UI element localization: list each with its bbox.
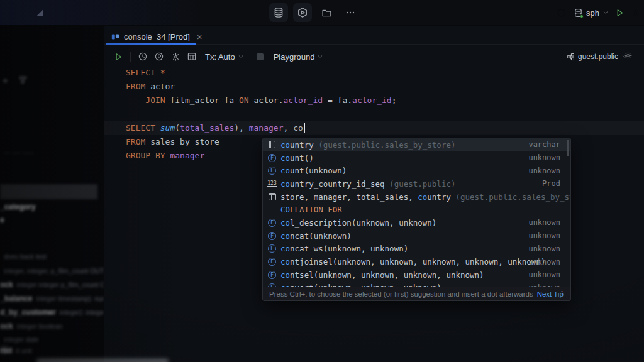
- sidebar-selected-row[interactable]: [0, 184, 97, 199]
- code-line[interactable]: SELECT sum(total_sales), manager, co: [126, 121, 397, 135]
- chevron-down-icon: [317, 53, 323, 60]
- connection-label: sph: [586, 8, 599, 18]
- function-icon: F: [267, 167, 277, 175]
- refresh-icon[interactable]: [556, 8, 567, 18]
- completion-label: contjoinsel(unknown, unknown, unknown, u…: [280, 257, 545, 266]
- completion-label: country_country_id_seq (guest.public): [280, 179, 455, 189]
- history-icon[interactable]: [135, 48, 151, 65]
- sidebar-tree-item[interactable]: does back test: [0, 250, 104, 261]
- explain-plan-icon[interactable]: [151, 48, 167, 65]
- completion-label: COLLATION FOR: [280, 205, 342, 214]
- completion-item[interactable]: Fcol_description(unknown, unknown)unknow…: [263, 216, 570, 229]
- code-line[interactable]: FROM actor: [126, 80, 397, 94]
- sidebar-tree-item[interactable]: _category: [0, 200, 104, 212]
- footer-hint-text: Press Ctrl+. to choose the selected (or …: [269, 290, 533, 298]
- completion-type-label: Prod: [542, 179, 560, 188]
- completion-item[interactable]: Fcount(unknown)unknown: [263, 164, 570, 177]
- database-explorer-sidebar: + ··· ···· ·····_categoryedoes back test…: [0, 26, 104, 362]
- code-line[interactable]: [126, 107, 397, 121]
- completion-item[interactable]: COLLATION FOR: [263, 203, 570, 216]
- folder-icon[interactable]: [317, 3, 336, 22]
- filter-icon[interactable]: [18, 75, 28, 85]
- completion-type-label: unknown: [528, 218, 560, 227]
- completion-item[interactable]: Fcount()unknown: [263, 151, 570, 165]
- settings-gear-icon[interactable]: [167, 48, 184, 65]
- console-file-icon: [111, 33, 119, 41]
- completion-item[interactable]: Fcontjoinsel(unknown, unknown, unknown, …: [263, 255, 570, 268]
- sidebar-tree-item[interactable]: integer date: [0, 333, 104, 344]
- database-icon[interactable]: [269, 3, 288, 22]
- code-line[interactable]: JOIN film_actor fa ON actor.actor_id = f…: [126, 94, 397, 107]
- completion-label: contsel(unknown, unknown, unknown, unkno…: [280, 270, 484, 280]
- completion-type-label: unknown: [528, 167, 560, 175]
- completion-item[interactable]: 123country_country_id_seq (guest.public)…: [263, 177, 570, 190]
- sidebar-tree-item[interactable]: ockinteger boolean: [0, 320, 104, 331]
- sidebar-tree-item[interactable]: rodit unit: [0, 344, 104, 356]
- toolbar-divider: [248, 52, 248, 62]
- completion-item[interactable]: store, manager, total_sales, country (gu…: [263, 190, 570, 204]
- titlebar-glare: [0, 0, 201, 25]
- completion-type-label: unknown: [528, 244, 560, 253]
- tab-console-34[interactable]: console_34 [Prod] ×: [106, 29, 209, 44]
- function-icon: F: [267, 218, 277, 227]
- completion-label: count(unknown): [280, 166, 347, 175]
- tx-mode-dropdown[interactable]: Tx: Auto: [205, 52, 244, 62]
- sidebar-tree-item[interactable]: _balanceinteger timestamp): nun: [0, 292, 104, 304]
- schema-selector[interactable]: guest.public: [567, 47, 628, 67]
- sidebar-tree-item[interactable]: ockinteger integer p_film_count C: [0, 278, 104, 290]
- column-icon: [267, 140, 277, 149]
- app-logo-icon: ◢: [36, 7, 47, 17]
- chevron-down-icon: [238, 53, 244, 60]
- tx-mode-label: Tx: Auto: [205, 52, 235, 62]
- table-icon: [267, 192, 277, 201]
- function-icon: F: [267, 231, 277, 240]
- completion-item[interactable]: country (guest.public.sales_by_store)var…: [263, 138, 570, 151]
- function-icon: F: [267, 258, 277, 266]
- bottom-glare: [36, 359, 169, 362]
- tab-bar: console_34 [Prod] ×: [104, 28, 644, 45]
- function-icon: F: [267, 270, 277, 279]
- completion-type-label: unknown: [528, 258, 560, 266]
- completion-item[interactable]: Fcontsel(unknown, unknown, unknown, unkn…: [263, 268, 570, 282]
- stop-button[interactable]: [252, 48, 269, 65]
- sidebar-tree-item[interactable]: integer, integer, p_film_count OUT ir: [0, 265, 104, 276]
- schema-label: guest.public: [578, 52, 618, 61]
- active-tab-underline: [106, 43, 196, 45]
- sidebar-tree-item[interactable]: ··· ···· ·····: [0, 146, 104, 158]
- completion-type-label: varchar: [528, 140, 560, 149]
- completion-list: country (guest.public.sales_by_store)var…: [263, 138, 570, 288]
- code-line[interactable]: SELECT *: [126, 66, 397, 80]
- schema-icon: [567, 53, 575, 61]
- function-icon: F: [267, 153, 277, 162]
- connection-db-icon: [573, 8, 583, 18]
- chevron-down-icon: [602, 9, 609, 16]
- completion-label: concat_ws(unknown, unknown): [280, 244, 408, 253]
- table-view-icon[interactable]: [184, 48, 200, 65]
- completion-label: concat(unknown): [280, 231, 352, 241]
- sidebar-tree-item[interactable]: d_by_customerinteger): integer: [0, 306, 104, 317]
- completion-item[interactable]: Fconcat_ws(unknown, unknown)unknown: [263, 243, 570, 256]
- bottom-left-glare: [0, 346, 9, 353]
- profile-dropdown[interactable]: Playground: [274, 52, 324, 62]
- keyword-spacer: [267, 206, 277, 214]
- completion-type-label: unknown: [528, 231, 560, 240]
- toolbar-divider: [130, 52, 131, 62]
- tab-close-icon[interactable]: ×: [197, 32, 203, 41]
- more-options-icon[interactable]: [341, 3, 360, 22]
- run-hexagon-icon[interactable]: [293, 3, 312, 22]
- popup-scrollbar[interactable]: [567, 140, 569, 156]
- main-toolbar: ◢ sph: [0, 0, 644, 25]
- completion-footer: Press Ctrl+. to choose the selected (or …: [263, 287, 570, 300]
- gear-icon[interactable]: [623, 51, 633, 60]
- footer-menu-icon[interactable]: ⋮: [558, 289, 566, 299]
- completion-popup: country (guest.public.sales_by_store)var…: [262, 138, 571, 301]
- global-run-icon[interactable]: [615, 8, 625, 18]
- connection-status-dot: [580, 14, 584, 18]
- completion-type-label: unknown: [528, 153, 560, 162]
- sidebar-tree-item[interactable]: e: [0, 214, 104, 225]
- app-window: ◢ sph + ··· ···· ·····_categor: [0, 0, 644, 362]
- add-icon[interactable]: +: [3, 75, 8, 85]
- completion-item[interactable]: Fconcat(unknown)unknown: [263, 229, 570, 243]
- run-button[interactable]: [110, 48, 126, 65]
- connection-selector[interactable]: sph: [573, 8, 609, 18]
